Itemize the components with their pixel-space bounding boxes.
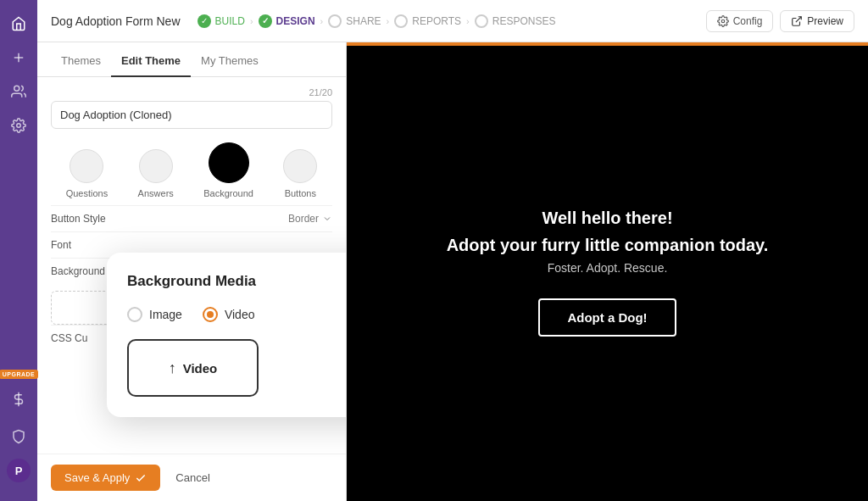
sidebar-shield-icon[interactable]: [3, 421, 34, 452]
color-option-questions[interactable]: Questions: [66, 149, 108, 198]
svg-line-6: [796, 16, 801, 21]
background-label: Background: [203, 188, 253, 198]
background-color-circle: [209, 142, 249, 183]
preview-subtext: Foster. Adopt. Rescue.: [447, 261, 769, 275]
answers-color-circle: [139, 149, 173, 183]
share-circle-icon: [328, 14, 342, 28]
color-option-background[interactable]: Background: [203, 142, 253, 198]
svg-point-3: [17, 124, 21, 128]
design-check-icon: ✓: [259, 14, 272, 28]
buttons-label: Buttons: [285, 188, 316, 198]
content-area: Themes Edit Theme My Themes 21/20 Questi…: [37, 42, 868, 501]
css-label: CSS Cu: [51, 332, 87, 344]
nav-step-share[interactable]: SHARE: [328, 14, 381, 28]
preview-headline-2: Adopt your furry little companion today.: [447, 234, 769, 256]
media-type-radio-group: Image Video: [127, 307, 347, 322]
button-style-label: Button Style: [51, 213, 106, 225]
answers-label: Answers: [138, 188, 174, 198]
tabs: Themes Edit Theme My Themes: [37, 42, 346, 77]
questions-color-circle: [70, 149, 103, 183]
nav-steps: ✓ BUILD › ✓ DESIGN › SHARE › REPORTS › R…: [198, 14, 696, 28]
responses-circle-icon: [475, 14, 488, 28]
upload-icon: ↑: [169, 359, 176, 377]
background-media-modal: Background Media Image Video ↑ Video: [107, 253, 347, 417]
nav-step-build[interactable]: ✓ BUILD: [198, 14, 245, 28]
buttons-color-circle: [283, 149, 317, 183]
config-button[interactable]: Config: [706, 10, 774, 32]
cancel-button[interactable]: Cancel: [169, 465, 216, 491]
radio-video-label: Video: [225, 308, 255, 321]
chevron-icon-2: ›: [320, 16, 324, 26]
sidebar: UPGRADE P: [0, 0, 37, 501]
questions-label: Questions: [66, 188, 108, 198]
radio-image-circle: [127, 307, 142, 322]
radio-image[interactable]: Image: [127, 307, 182, 322]
modal-title: Background Media: [127, 273, 347, 290]
preview-cta-button[interactable]: Adopt a Dog!: [538, 298, 676, 337]
preview-orange-bar: [347, 42, 868, 46]
tab-themes[interactable]: Themes: [51, 42, 111, 77]
panel-footer: Save & Apply Cancel: [37, 454, 346, 501]
sidebar-dollar-icon[interactable]: [3, 384, 34, 415]
sidebar-users-icon[interactable]: [3, 76, 34, 107]
radio-video[interactable]: Video: [203, 307, 255, 322]
background-row-label: Background: [51, 265, 105, 277]
upgrade-badge: UPGRADE: [0, 370, 38, 379]
chevron-icon-3: ›: [387, 16, 390, 26]
reports-circle-icon: [394, 14, 408, 28]
topbar: Dog Adoption Form New ✓ BUILD › ✓ DESIGN…: [37, 0, 868, 42]
sidebar-home-icon[interactable]: [3, 8, 34, 39]
radio-image-label: Image: [149, 308, 182, 321]
sidebar-logo-icon[interactable]: P: [7, 459, 31, 482]
font-label: Font: [51, 239, 71, 251]
tab-edit-theme[interactable]: Edit Theme: [111, 42, 191, 77]
preview-area: Well hello there! Adopt your furry littl…: [347, 42, 868, 501]
config-label: Config: [733, 15, 763, 27]
radio-video-circle: [203, 307, 218, 322]
upload-video-button[interactable]: ↑ Video: [127, 339, 259, 397]
nav-step-design[interactable]: ✓ DESIGN: [259, 14, 315, 28]
save-apply-button[interactable]: Save & Apply: [51, 465, 160, 491]
upload-button-label: Video: [183, 361, 218, 376]
color-options: Questions Answers Background Buttons: [51, 142, 332, 198]
nav-step-responses[interactable]: RESPONSES: [475, 14, 556, 28]
build-check-icon: ✓: [198, 14, 211, 28]
preview-label: Preview: [807, 15, 843, 27]
sidebar-add-icon[interactable]: [3, 42, 34, 73]
topbar-actions: Config Preview: [706, 10, 854, 32]
main-content: Dog Adoption Form New ✓ BUILD › ✓ DESIGN…: [37, 0, 868, 501]
svg-point-5: [721, 19, 725, 23]
left-panel: Themes Edit Theme My Themes 21/20 Questi…: [37, 42, 347, 501]
save-label: Save & Apply: [64, 471, 130, 484]
sidebar-gear-icon[interactable]: [3, 110, 34, 141]
char-count: 21/20: [51, 87, 332, 97]
preview-content: Well hello there! Adopt your furry littl…: [447, 207, 769, 337]
nav-step-reports[interactable]: REPORTS: [394, 14, 461, 28]
theme-name-input[interactable]: [51, 101, 332, 129]
svg-point-2: [14, 86, 19, 91]
preview-headline-1: Well hello there!: [447, 207, 769, 229]
button-style-row: Button Style Border: [51, 205, 332, 231]
page-title: Dog Adoption Form New: [51, 14, 181, 28]
preview-button[interactable]: Preview: [780, 10, 854, 32]
color-option-buttons[interactable]: Buttons: [283, 149, 317, 198]
color-option-answers[interactable]: Answers: [138, 149, 174, 198]
chevron-icon-4: ›: [466, 16, 470, 26]
chevron-icon-1: ›: [250, 16, 253, 26]
button-style-value[interactable]: Border: [288, 213, 332, 225]
tab-my-themes[interactable]: My Themes: [191, 42, 269, 77]
